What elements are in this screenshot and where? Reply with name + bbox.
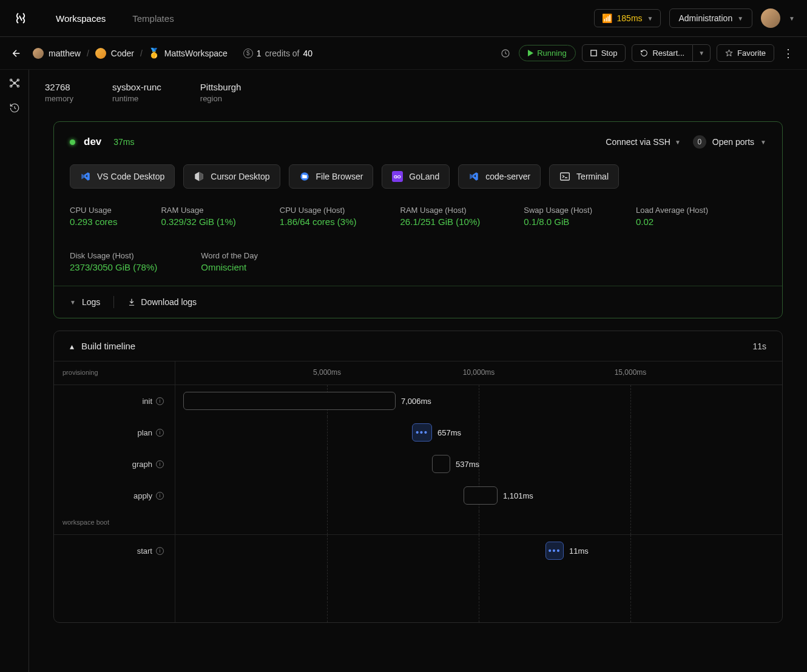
metric-item: Load Average (Host)0.02 (636, 206, 708, 227)
app-button-vscode[interactable]: code-server (458, 164, 541, 189)
breadcrumb-user[interactable]: matthew (33, 48, 81, 59)
ports-label: Open ports (712, 137, 754, 147)
app-label: Cursor Desktop (211, 172, 269, 181)
metric-label: RAM Usage (161, 206, 235, 215)
goland-icon: GO (392, 171, 403, 182)
metric-value: 26.1/251 GiB (10%) (400, 217, 481, 227)
app-label: GoLand (409, 172, 439, 181)
history-icon[interactable] (9, 102, 20, 113)
timeline-row-chart: ••• 11ms (175, 535, 782, 566)
spec-label: region (200, 94, 241, 103)
app-button-cursor[interactable]: Cursor Desktop (183, 164, 280, 189)
top-nav: Workspaces Templates 📶 185ms ▼ Administr… (0, 0, 807, 37)
spec-item: sysbox-runcruntime (112, 82, 161, 103)
admin-label: Administration (678, 13, 732, 23)
logs-label: Logs (82, 297, 100, 307)
app-button-vscode[interactable]: VS Code Desktop (70, 164, 175, 189)
clock-icon[interactable] (501, 49, 510, 58)
app-button-goland[interactable]: GOGoLand (382, 164, 450, 189)
nav-workspaces[interactable]: Workspaces (56, 13, 106, 24)
restart-button[interactable]: Restart... (632, 44, 693, 62)
timeline-row-chart: 1,101ms (175, 480, 782, 511)
timeline-section-header: workspace boot (54, 511, 782, 535)
timeline-total: 11s (752, 341, 766, 351)
timeline-axis: 5,000ms10,000ms15,000ms (175, 361, 782, 385)
filebrowser-icon (299, 171, 310, 182)
open-ports-button[interactable]: 0 Open ports ▼ (693, 135, 766, 149)
metrics-grid: CPU Usage0.293 coresRAM Usage0.329/32 Gi… (54, 202, 782, 286)
stop-button[interactable]: Stop (582, 44, 626, 62)
user-avatar-icon (33, 48, 44, 59)
info-icon[interactable]: i (156, 492, 164, 500)
info-icon[interactable]: i (156, 397, 164, 405)
info-icon[interactable]: i (156, 460, 164, 468)
favorite-button[interactable]: Favorite (717, 44, 774, 62)
administration-button[interactable]: Administration ▼ (669, 8, 752, 28)
chevron-down-icon[interactable]: ▼ (789, 15, 795, 22)
breadcrumb-workspace-label: MattsWorkspace (164, 49, 228, 58)
status-dot-icon (70, 139, 75, 145)
metric-label: Disk Usage (Host) (70, 251, 157, 260)
cursor-icon (194, 171, 204, 182)
ssh-label: Connect via SSH (606, 137, 670, 147)
latency-value: 185ms (617, 13, 643, 23)
timeline-row-label: plan i (54, 417, 175, 448)
app-label: code-server (485, 172, 530, 181)
restart-label: Restart... (652, 49, 684, 58)
timeline-bar[interactable]: ••• 657ms (412, 423, 432, 442)
timeline-duration: 1,101ms (503, 491, 533, 500)
app-label: Terminal (576, 172, 609, 181)
graph-icon[interactable] (8, 77, 21, 89)
user-avatar[interactable] (761, 8, 780, 28)
timeline-bar[interactable]: 7,006ms (183, 392, 396, 410)
download-logs-button[interactable]: Download logs (127, 297, 197, 307)
logo-icon[interactable] (12, 10, 29, 27)
status-running: Running (519, 45, 575, 61)
connect-ssh-button[interactable]: Connect via SSH ▼ (606, 137, 681, 147)
restart-dropdown[interactable]: ▼ (693, 44, 711, 62)
timeline-row (54, 598, 782, 622)
stop-label: Stop (601, 49, 618, 58)
chevron-down-icon: ▼ (698, 50, 704, 56)
app-button-filebrowser[interactable]: File Browser (289, 164, 374, 189)
breadcrumb-user-label: matthew (49, 49, 81, 58)
build-timeline-card: ▴ Build timeline 11s provisioning 5,000m… (53, 331, 783, 623)
svg-rect-10 (561, 173, 570, 180)
metric-label: CPU Usage (70, 206, 117, 215)
timeline-row-chart: 7,006ms (175, 385, 782, 417)
back-button[interactable] (11, 48, 22, 59)
timeline-bar[interactable]: 537ms (432, 455, 450, 473)
metric-value: 0.293 cores (70, 217, 117, 227)
credits-total: 40 (303, 49, 312, 58)
more-menu[interactable]: ⋮ (780, 47, 796, 60)
logs-toggle[interactable]: ▼ Logs (70, 297, 100, 307)
timeline-row: init i 7,006ms (54, 385, 782, 417)
metric-label: Word of the Day (201, 251, 258, 260)
timeline-bar[interactable]: 1,101ms (464, 486, 498, 505)
timeline-row-label: graph i (54, 448, 175, 480)
org-avatar-icon (95, 48, 106, 59)
nav-templates[interactable]: Templates (132, 13, 174, 24)
spec-value: Pittsburgh (200, 82, 241, 92)
timeline-bar[interactable]: ••• 11ms (545, 542, 564, 560)
spec-label: memory (45, 94, 73, 103)
spec-item: 32768memory (45, 82, 73, 103)
metric-value: 0.329/32 GiB (1%) (161, 217, 235, 227)
svg-rect-1 (591, 50, 596, 56)
spec-value: 32768 (45, 82, 73, 92)
metric-item: CPU Usage0.293 cores (70, 206, 117, 227)
info-icon[interactable]: i (156, 547, 164, 555)
breadcrumb-org[interactable]: Coder (95, 48, 134, 59)
timeline-toggle[interactable]: ▴ Build timeline (70, 341, 135, 351)
chevron-down-icon: ▼ (675, 139, 681, 146)
latency-pill[interactable]: 📶 185ms ▼ (594, 9, 661, 27)
metric-label: RAM Usage (Host) (400, 206, 481, 215)
status-label: Running (537, 49, 566, 58)
timeline-tick: 5,000ms (313, 368, 341, 377)
breadcrumb-workspace[interactable]: 🥇 MattsWorkspace (149, 48, 228, 59)
dev-card: dev 37ms Connect via SSH ▼ 0 Open ports … (53, 121, 783, 318)
app-button-terminal[interactable]: Terminal (549, 164, 619, 189)
breadcrumb: matthew / Coder / 🥇 MattsWorkspace (33, 48, 228, 59)
timeline-row: graph i 537ms (54, 448, 782, 480)
info-icon[interactable]: i (156, 429, 164, 437)
